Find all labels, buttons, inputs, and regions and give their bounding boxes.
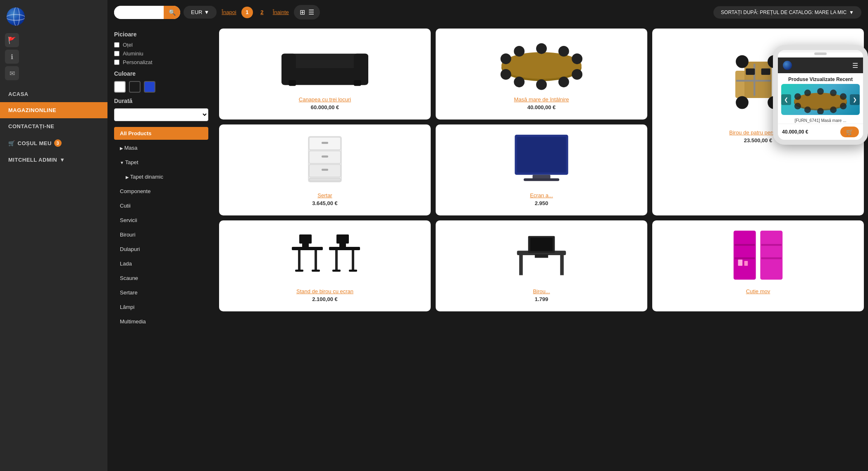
mobile-prev-button[interactable]: ❮: [781, 94, 791, 105]
filter-aluminiu-checkbox[interactable]: [114, 51, 119, 56]
svg-point-14: [558, 77, 569, 87]
info-icon[interactable]: ℹ: [5, 50, 19, 64]
durata-select[interactable]: [114, 108, 208, 121]
mobile-header: ☰: [778, 57, 863, 73]
mobile-notch: [814, 53, 827, 55]
product-image-birou2: [441, 226, 641, 284]
mobile-next-button[interactable]: ❯: [850, 94, 860, 105]
svg-rect-21: [736, 80, 771, 81]
category-sertare[interactable]: Sertare: [114, 286, 208, 299]
currency-label: EUR: [191, 9, 202, 15]
search-input[interactable]: [114, 6, 164, 18]
product-price-sertar: 3.645,00 €: [312, 200, 337, 206]
category-tapet[interactable]: Tapet: [114, 156, 208, 169]
mobile-menu-icon[interactable]: ☰: [852, 62, 858, 69]
search-button[interactable]: 🔍: [164, 6, 180, 19]
color-black[interactable]: [129, 81, 141, 93]
filter-otel-checkbox[interactable]: [114, 42, 119, 48]
product-name-ecran[interactable]: Ecran a...: [530, 192, 553, 198]
sidebar-item-acasa[interactable]: ACASA: [0, 86, 107, 102]
svg-rect-61: [760, 231, 782, 280]
product-name-canapea[interactable]: Canapea cu trei locuri: [299, 96, 351, 103]
svg-point-78: [804, 106, 811, 113]
svg-rect-40: [292, 247, 323, 250]
svg-rect-44: [312, 270, 320, 272]
color-white[interactable]: [114, 81, 126, 93]
sidebar-nav: ACASA MAGAZINONLINE CONTACTAȚI-NE 🛒 COȘU…: [0, 86, 107, 168]
category-scaune[interactable]: Scaune: [114, 272, 208, 285]
message-icon[interactable]: ✉: [5, 66, 19, 80]
filter-otel[interactable]: Oțel: [114, 42, 208, 48]
product-name-sertar[interactable]: Sertar: [317, 192, 332, 198]
sidebar-icon-group: 🚩 ℹ ✉: [0, 33, 107, 83]
category-birouri[interactable]: Birouri: [114, 228, 208, 241]
product-image-stand-birou: [225, 226, 425, 284]
category-servicii[interactable]: Servicii: [114, 214, 208, 227]
svg-rect-53: [339, 244, 346, 247]
category-masa[interactable]: Masa: [114, 141, 208, 154]
category-tapet-dinamic[interactable]: Tapet dinamic: [114, 170, 208, 183]
page-1-button[interactable]: 1: [241, 7, 253, 18]
category-all-products[interactable]: All Products: [114, 127, 208, 140]
svg-point-7: [501, 52, 582, 79]
filter-aluminiu[interactable]: Aluminiu: [114, 50, 208, 57]
product-card-ecran: Ecran a... 2.950: [436, 124, 647, 215]
page-2-button[interactable]: 2: [256, 7, 268, 18]
svg-point-79: [794, 103, 801, 109]
durata-title: Durată: [114, 98, 208, 104]
sidebar-item-cos[interactable]: 🛒 COȘUL MEU 3: [0, 134, 107, 152]
svg-point-73: [830, 89, 837, 96]
flag-icon[interactable]: 🚩: [5, 33, 19, 47]
category-lampi[interactable]: Lămpi: [114, 301, 208, 313]
svg-rect-65: [761, 257, 782, 259]
mobile-cart-button[interactable]: 🛒: [840, 127, 859, 137]
sidebar-item-admin[interactable]: MITCHELL ADMIN ▼: [0, 152, 107, 168]
main-content: 🔍 EUR ▼ Înapoi 1 2 Înainte ⊞ ☰ SORTAȚI D…: [107, 0, 868, 471]
product-name-cutie[interactable]: Cutie mov: [746, 288, 770, 294]
product-name-birou2[interactable]: Birou...: [533, 288, 550, 294]
color-swatches: [114, 81, 208, 93]
category-cutii[interactable]: Cutii: [114, 199, 208, 212]
filter-aluminiu-label: Aluminiu: [123, 50, 143, 57]
svg-rect-32: [309, 178, 341, 181]
currency-selector[interactable]: EUR ▼: [184, 6, 217, 19]
culoare-title: Culoare: [114, 70, 208, 77]
product-name-masa-intalnire[interactable]: Masă mare de întâlnire: [514, 96, 569, 103]
category-multimedia[interactable]: Multimedia: [114, 315, 208, 328]
toolbar: 🔍 EUR ▼ Înapoi 1 2 Înainte ⊞ ☰ SORTAȚI D…: [107, 0, 868, 24]
product-card-canapea: Canapea cu trei locuri 60.000,00 €: [219, 29, 431, 120]
svg-point-8: [501, 53, 511, 64]
nav-back-button[interactable]: Înapoi: [220, 7, 238, 18]
mobile-preview-inner: ☰ Produse Vizualizate Recent ❮: [778, 53, 863, 140]
category-componente[interactable]: Componente: [114, 185, 208, 198]
color-blue[interactable]: [144, 81, 155, 93]
sidebar-item-contact[interactable]: CONTACTAȚI-NE: [0, 118, 107, 134]
page-wrapper: Canapea cu trei locuri 60.000,00 €: [215, 24, 868, 471]
svg-rect-64: [761, 244, 782, 246]
sidebar-item-magazin[interactable]: MAGAZINONLINE: [0, 102, 107, 118]
svg-point-12: [572, 53, 582, 64]
svg-point-17: [501, 69, 511, 80]
search-box: 🔍: [114, 6, 180, 19]
category-list: All Products Masa Tapet Tapet dinamic Co…: [114, 127, 208, 328]
svg-rect-56: [560, 255, 564, 275]
svg-point-13: [572, 69, 582, 80]
cart-icon: 🛒: [8, 140, 15, 146]
svg-rect-63: [734, 257, 755, 259]
product-card-stand-birou: Stand de birou cu ecran 2.100,00 €: [219, 220, 431, 311]
svg-rect-58: [530, 238, 553, 251]
filter-personalizat[interactable]: Personalizat: [114, 59, 208, 65]
svg-point-69: [794, 93, 847, 109]
product-price-birou-4: 23.500,00 €: [744, 137, 773, 143]
filter-personalizat-checkbox[interactable]: [114, 60, 119, 65]
svg-rect-4: [289, 80, 296, 86]
nav-forward-button[interactable]: Înainte: [271, 7, 291, 18]
category-dulapuri[interactable]: Dulapuri: [114, 243, 208, 256]
svg-rect-43: [295, 270, 303, 272]
category-lada[interactable]: Lada: [114, 257, 208, 270]
globe-icon: [7, 7, 25, 26]
svg-rect-46: [302, 244, 309, 247]
product-name-stand-birou[interactable]: Stand de birou cu ecran: [296, 288, 353, 294]
sort-button[interactable]: SORTAȚI DUPĂ: PREȚUL DE CATALOG: MARE LA…: [713, 6, 861, 19]
view-grid-button[interactable]: ⊞ ☰: [294, 5, 320, 19]
